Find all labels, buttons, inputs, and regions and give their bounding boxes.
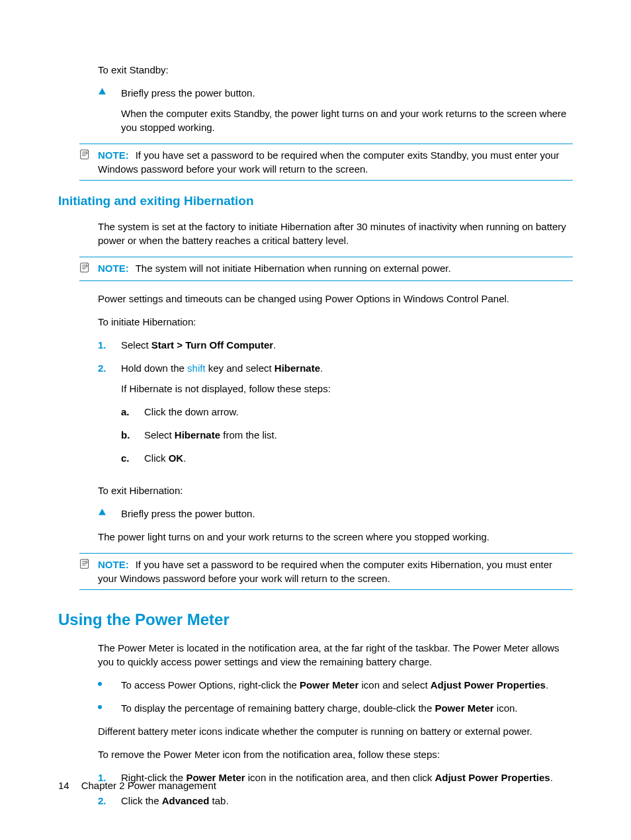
note-hibernation-password: NOTE:If you have set a password to be re… xyxy=(79,553,573,590)
heading-power-meter: Using the Power Meter xyxy=(58,609,573,631)
power-light-text: The power light turns on and your work r… xyxy=(98,530,573,544)
note-text: If you have set a password to be require… xyxy=(98,559,552,584)
exit-standby-label: To exit Standby: xyxy=(98,63,573,77)
bullet-bold2: Adjust Power Properties xyxy=(431,679,546,691)
substep-pre: Click xyxy=(144,452,169,464)
power-settings-text: Power settings and timeouts can be chang… xyxy=(98,292,573,306)
step-bold: Advanced xyxy=(162,795,210,806)
svg-rect-4 xyxy=(81,559,89,568)
substep-pre: Select xyxy=(144,429,175,441)
substep-suf: . xyxy=(183,452,186,464)
triangle-up-icon xyxy=(98,507,121,517)
pm-step-2: 2. Click the Advanced tab. xyxy=(98,794,573,808)
step-text: Hold down the xyxy=(121,362,187,374)
chapter-label: Chapter 2 Power management xyxy=(81,778,216,792)
step-suffix: . xyxy=(273,339,276,351)
hibernate-step-2: 2. Hold down the shift key and select Hi… xyxy=(98,361,573,474)
substep-letter: b. xyxy=(121,428,144,442)
to-exit-hibernation-label: To exit Hibernation: xyxy=(98,483,573,497)
note-text: The system will not initiate Hibernation… xyxy=(136,263,451,274)
step-mid: icon in the notification area, and then … xyxy=(245,772,435,783)
note-text: If you have set a password to be require… xyxy=(98,149,560,175)
triangle-up-icon xyxy=(98,86,121,96)
bullet-bold: Power Meter xyxy=(435,702,493,714)
when-exits-text: When the computer exits Standby, the pow… xyxy=(121,106,573,134)
step-mid: key and select xyxy=(206,362,274,374)
bullet-pre: To display the percentage of remaining b… xyxy=(121,702,435,714)
note-external-power: NOTE:The system will not initiate Hibern… xyxy=(79,257,573,281)
svg-marker-3 xyxy=(99,509,106,515)
step-bold: Start > Turn Off Computer xyxy=(151,339,273,351)
pm-bullet-2: To display the percentage of remaining b… xyxy=(98,701,573,715)
step-number: 2. xyxy=(98,794,121,808)
step-suf: . xyxy=(550,772,553,783)
page-content: To exit Standby: Briefly press the power… xyxy=(58,63,573,808)
to-initiate-label: To initiate Hibernation: xyxy=(98,315,573,329)
to-remove-text: To remove the Power Meter icon from the … xyxy=(98,747,573,761)
step-number: 2. xyxy=(98,361,121,375)
substep-c: c. Click OK. xyxy=(121,451,573,465)
step-text: Select xyxy=(121,339,151,351)
bullet-dot-icon xyxy=(98,678,121,686)
power-meter-intro: The Power Meter is located in the notifi… xyxy=(98,641,573,669)
svg-rect-2 xyxy=(81,263,89,272)
note-icon xyxy=(79,261,98,276)
page-footer: 14 Chapter 2 Power management xyxy=(58,778,216,792)
page-number: 14 xyxy=(58,778,69,792)
substep-bold: OK xyxy=(169,452,184,464)
bullet-suf: . xyxy=(546,679,548,691)
shift-key: shift xyxy=(187,362,206,374)
note-icon xyxy=(79,148,98,163)
note-standby-password: NOTE:If you have set a password to be re… xyxy=(79,144,573,181)
substep-letter: a. xyxy=(121,405,144,419)
diff-icons-text: Different battery meter icons indicate w… xyxy=(98,724,573,738)
hibernate-step-1: 1. Select Start > Turn Off Computer. xyxy=(98,338,573,352)
pm-bullet-1: To access Power Options, right-click the… xyxy=(98,678,573,692)
note-icon xyxy=(79,558,98,573)
note-label: NOTE: xyxy=(98,263,129,274)
bullet-mid: icon and select xyxy=(358,679,430,691)
svg-rect-1 xyxy=(81,150,89,159)
bullet-pre: To access Power Options, right-click the xyxy=(121,679,300,691)
substep-text: Click the down arrow. xyxy=(144,405,573,419)
exit-bullet-text: Briefly press the power button. xyxy=(121,507,573,521)
note-label: NOTE: xyxy=(98,559,129,570)
briefly-press-text: Briefly press the power button. xyxy=(121,86,573,100)
step-suffix: . xyxy=(320,362,323,374)
substep-b: b. Select Hibernate from the list. xyxy=(121,428,573,442)
standby-bullet: Briefly press the power button. When the… xyxy=(98,86,573,134)
svg-marker-0 xyxy=(99,88,106,95)
bullet-suf: icon. xyxy=(494,702,518,714)
substep-a: a. Click the down arrow. xyxy=(121,405,573,419)
step-suf: tab. xyxy=(209,795,228,806)
step-number: 1. xyxy=(98,338,121,352)
if-not-displayed: If Hibernate is not displayed, follow th… xyxy=(121,382,573,396)
heading-hibernation: Initiating and exiting Hibernation xyxy=(58,192,573,210)
exit-hibernation-bullet: Briefly press the power button. xyxy=(98,507,573,521)
step-pre: Click the xyxy=(121,795,162,806)
step-bold: Hibernate xyxy=(274,362,320,374)
bullet-bold: Power Meter xyxy=(300,679,358,691)
hibernation-intro: The system is set at the factory to init… xyxy=(98,220,573,247)
substep-bold: Hibernate xyxy=(175,429,220,441)
bullet-dot-icon xyxy=(98,701,121,709)
substep-letter: c. xyxy=(121,451,144,465)
note-label: NOTE: xyxy=(98,149,129,161)
step-bold2: Adjust Power Properties xyxy=(435,772,550,783)
substep-suf: from the list. xyxy=(220,429,277,441)
